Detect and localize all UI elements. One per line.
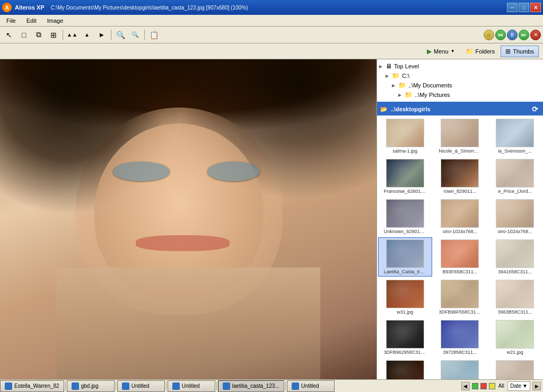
thumb-item-10[interactable]: B93F658C311... xyxy=(433,237,487,277)
thumb-item-20[interactable]: 5213A597511... xyxy=(488,358,542,379)
taskbar-item-1[interactable]: gbd.jpg xyxy=(67,380,115,392)
tool-clipboard[interactable]: 📋 xyxy=(147,29,161,41)
thumb-item-19[interactable]: 3DFB991F58C311... xyxy=(433,358,487,379)
taskbar-item-3[interactable]: Untitled xyxy=(168,380,215,392)
menu-file[interactable]: File xyxy=(2,16,20,25)
tree-item-toplevel[interactable]: ▶ 🖥 Top Level xyxy=(377,61,543,71)
thumb-item-0[interactable]: salma-1.jpg xyxy=(378,117,432,156)
status-bar: Estella_Warren_82 gbd.jpg Untitled Untit… xyxy=(0,379,543,392)
thumb-item-14[interactable]: 3963B58C311... xyxy=(488,278,542,317)
nav-next[interactable]: ⏭ xyxy=(519,30,529,40)
maximize-button[interactable]: □ xyxy=(519,3,529,12)
menu-btn[interactable]: ▶ Menu ▼ xyxy=(422,46,459,57)
tool-copy[interactable]: ⧉ xyxy=(32,29,46,41)
status-nav-right[interactable]: ▶ xyxy=(532,382,541,390)
thumb-item-12[interactable]: w31.jpg xyxy=(378,278,432,317)
thumb-item-8[interactable]: oiro-1024x768... xyxy=(488,197,542,236)
thumb-item-15[interactable]: 3DFB962958C311... xyxy=(378,318,432,357)
thumb-image-6 xyxy=(386,199,424,228)
thumb-item-7[interactable]: oiro-1024x768... xyxy=(433,197,487,236)
image-viewer[interactable] xyxy=(0,59,376,379)
taskbar-item-4[interactable]: laetitia_casta_123... xyxy=(218,380,284,392)
lips xyxy=(136,235,230,251)
thumb-item-4[interactable]: rown_829011... xyxy=(433,157,487,196)
taskbar-sep-2 xyxy=(166,382,167,390)
nav-stop[interactable]: ✕ xyxy=(530,30,541,40)
thumb-image-17 xyxy=(496,320,534,349)
folders-btn[interactable]: 📁 Folders xyxy=(461,46,500,57)
thumb-image-10 xyxy=(441,239,479,268)
menu-edit[interactable]: Edit xyxy=(22,16,41,25)
sep2 xyxy=(111,30,111,40)
thumb-item-9[interactable]: Laetitia_Casta_91... xyxy=(378,237,432,277)
tree-item-mydocs[interactable]: ▶ 📁 ..\My Documents xyxy=(377,81,543,90)
tool-grid[interactable]: ⊞ xyxy=(47,29,60,41)
portrait-image xyxy=(0,59,376,379)
nav-pause[interactable]: ⏸ xyxy=(507,30,518,40)
taskbar-sep-1 xyxy=(116,382,116,390)
thumb-item-6[interactable]: Unknown_829011... xyxy=(378,197,432,236)
thumb-item-13[interactable]: 3DFB96F558C311... xyxy=(433,278,487,317)
taskbar-item-2[interactable]: Untitled xyxy=(117,380,165,392)
tool-arrow[interactable]: ↖ xyxy=(2,29,16,41)
home-button[interactable]: ⌂ xyxy=(484,30,494,40)
title-bar: A Alteros XP C:\My Documents\My Pictures… xyxy=(0,0,543,15)
thumb-item-5[interactable]: e_Price_(Jord... xyxy=(488,157,542,196)
thumbs-btn[interactable]: ⊞ Thumbs xyxy=(501,46,539,57)
taskbar-item-0[interactable]: Estella_Warren_82 xyxy=(0,380,64,392)
all-label: All xyxy=(497,383,505,389)
taskbar-icon-0 xyxy=(5,382,12,390)
tree-arrow-c: ▶ xyxy=(386,74,392,78)
thumb-item-1[interactable]: Nicole_&_Simone_... xyxy=(433,117,487,156)
taskbar-sep-3 xyxy=(216,382,217,390)
thumbs-label: Thumbs xyxy=(513,48,534,55)
thumb-label-1: Nicole_&_Simone_... xyxy=(439,148,481,154)
thumb-label-8: oiro-1024x768... xyxy=(494,229,536,234)
tool-rect[interactable]: □ xyxy=(17,29,31,41)
tree-label-mypics: ..\My Pictures xyxy=(415,92,450,98)
thumb-item-18[interactable]: w18.jpg xyxy=(378,358,432,379)
refresh-button[interactable]: ⟳ xyxy=(530,104,540,114)
toplevel-icon: 🖥 xyxy=(386,63,392,70)
thumb-image-14 xyxy=(496,280,534,308)
menu-image[interactable]: Image xyxy=(43,16,68,25)
thumb-item-16[interactable]: 3972858C311... xyxy=(433,318,487,357)
thumb-image-0 xyxy=(386,119,424,147)
thumb-label-13: 3DFB96F558C311... xyxy=(439,309,481,315)
thumb-image-5 xyxy=(496,159,534,188)
tree-item-c[interactable]: ▶ 📁 C:\ xyxy=(377,71,543,81)
status-nav-left[interactable]: ◀ xyxy=(461,382,470,390)
image-display xyxy=(0,59,376,379)
thumb-label-16: 3972858C311... xyxy=(439,350,481,355)
thumb-image-2 xyxy=(496,119,534,147)
thumb-item-3[interactable]: Francoise_626019... xyxy=(378,157,432,196)
color-btn-yellow[interactable] xyxy=(489,383,495,389)
tool-up[interactable]: ▲ xyxy=(80,29,94,41)
thumbs-icon: ⊞ xyxy=(505,48,511,55)
thumb-item-17[interactable]: w21.jpg xyxy=(488,318,542,357)
tree-arrow-mydocs: ▶ xyxy=(392,83,398,88)
taskbar-label-2: Untitled xyxy=(132,383,150,389)
taskbar-item-5[interactable]: Untitled xyxy=(287,380,335,392)
toolbar: ↖ □ ⧉ ⊞ ▲▲ ▲ ▶ 🔍 🔍 📋 ⌂ ⏮ ⏸ ⏭ ✕ xyxy=(0,26,543,43)
window-path: C:\My Documents\My Pictures\desktopgirls… xyxy=(51,5,248,11)
thumbs-scroll-area[interactable]: salma-1.jpgNicole_&_Simone_...ia_Svensso… xyxy=(377,115,543,379)
tree-item-mypics[interactable]: ▶ 📁 ..\My Pictures xyxy=(377,90,543,100)
sep3 xyxy=(144,30,145,40)
tool-zoom-out[interactable]: 🔍 xyxy=(128,29,142,41)
nav-prev[interactable]: ⏮ xyxy=(495,30,506,40)
tool-play[interactable]: ▶ xyxy=(95,29,109,41)
tool-up-dbl[interactable]: ▲▲ xyxy=(65,29,79,41)
tool-zoom-in[interactable]: 🔍 xyxy=(113,29,127,41)
thumb-item-2[interactable]: ia_Svensson_... xyxy=(488,117,542,156)
app-icon: A xyxy=(2,3,12,12)
folder-tree: ▶ 🖥 Top Level ▶ 📁 C:\ ▶ 📁 ..\My Document… xyxy=(377,59,543,103)
minimize-button[interactable]: ─ xyxy=(507,3,518,12)
sort-dropdown[interactable]: Date ▼ xyxy=(507,381,530,391)
color-btn-green[interactable] xyxy=(472,383,478,389)
taskbar-sep-4 xyxy=(285,382,286,390)
close-button[interactable]: ✕ xyxy=(530,3,541,12)
taskbar-label-4: laetitia_casta_123... xyxy=(232,383,279,389)
color-btn-red[interactable] xyxy=(480,383,487,389)
thumb-item-11[interactable]: 3941658C311... xyxy=(488,237,542,277)
